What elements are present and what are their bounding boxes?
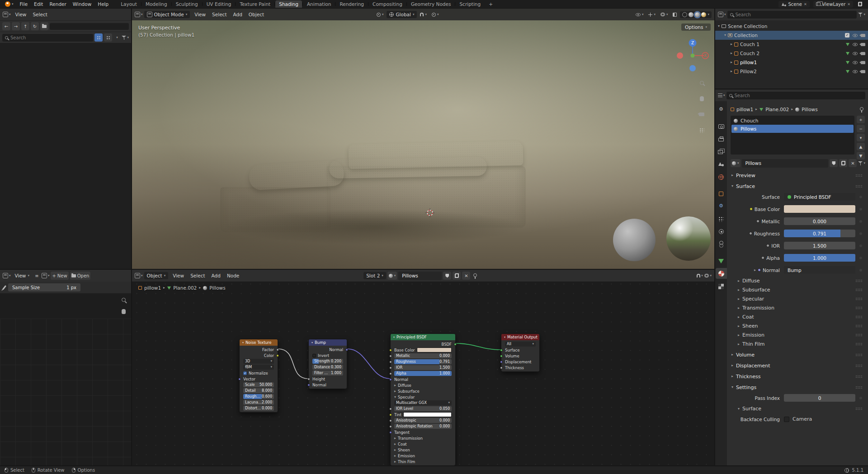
panel-diffuse[interactable]: ▸Diffuse — [729, 277, 865, 285]
shader-type-dropdown[interactable]: Object ▾ — [144, 272, 169, 279]
input-socket-icon[interactable] — [307, 378, 310, 380]
node-row-3d[interactable]: 3D▾ — [240, 358, 278, 364]
value-slider[interactable]: Anisotropic Rotation0.000 — [394, 424, 452, 429]
prop-widget-surface[interactable]: Principled BSDF — [784, 193, 855, 201]
workspace-tab-shading[interactable]: Shading — [275, 0, 302, 8]
decorator-dot[interactable] — [859, 244, 862, 247]
properties-tab-render[interactable] — [716, 121, 727, 131]
browse-material-button[interactable]: ▾ — [387, 272, 397, 280]
node-row-base-color[interactable]: Base Color — [391, 347, 455, 353]
disclosure-triangle-icon[interactable]: ▸ — [394, 448, 396, 452]
material-preview-button[interactable] — [695, 12, 700, 17]
couch-chaise-cushion[interactable] — [249, 160, 345, 191]
node-row-normalize[interactable]: ✓Normalize — [240, 370, 278, 376]
filter-button[interactable]: ▾ — [122, 33, 129, 42]
menu-view[interactable]: View — [170, 272, 187, 279]
properties-tab-modifiers[interactable]: ⚙ — [716, 201, 727, 211]
material-slot-chouch[interactable]: Chouch — [731, 117, 854, 125]
viewlayer-selector[interactable]: ViewLayer ✕ — [813, 1, 853, 8]
display-settings-button[interactable]: ▾ — [113, 33, 120, 42]
panel-settings[interactable]: ▾Settings — [729, 383, 865, 392]
disclosure-triangle-icon[interactable]: ▸ — [731, 61, 732, 64]
collapse-icon[interactable]: ▾ — [242, 341, 244, 344]
disclosure-triangle-icon[interactable]: ▸ — [731, 42, 732, 46]
shading-options-icon[interactable]: ▾ — [708, 13, 709, 16]
node-header[interactable]: ▾Bump — [309, 339, 347, 346]
add-workspace-button[interactable]: + — [485, 0, 496, 8]
prop-widget-pass-index[interactable]: 0 — [784, 394, 855, 402]
unlink-material-button[interactable]: ✕ — [462, 272, 470, 280]
workspace-tab-layout[interactable]: Layout — [117, 0, 141, 8]
menu-node[interactable]: Node — [224, 272, 242, 279]
decorator-dot[interactable] — [859, 257, 862, 259]
outliner-row-pillow2[interactable]: ▸Pillow2 — [715, 67, 868, 76]
panel-displacement[interactable]: ▸Displacement — [729, 361, 865, 370]
workspace-tab-geometry-nodes[interactable]: Geometry Nodes — [407, 0, 455, 8]
node-row-thickness[interactable]: Thickness — [501, 365, 539, 371]
node-row-coat[interactable]: ▸Coat — [391, 441, 455, 447]
outliner-search-input[interactable] — [736, 12, 854, 17]
menu-render[interactable]: Render — [46, 1, 69, 7]
node-row-distortion[interactable]: Distortion0.000 — [240, 405, 278, 411]
pan-tool-icon[interactable] — [697, 94, 706, 103]
disable-in-render-icon[interactable] — [861, 70, 865, 73]
value-slider[interactable]: Anisotropic0.000 — [394, 418, 452, 423]
menu-view[interactable]: View▾ — [12, 272, 32, 279]
prop-widget-ior[interactable]: 1.500 — [784, 242, 855, 249]
collapse-icon[interactable]: ▾ — [311, 341, 313, 344]
decorator-dot[interactable] — [859, 220, 862, 223]
node-row-roughness[interactable]: Roughness0.791 — [391, 359, 455, 365]
outliner-filter-button[interactable]: ▾ — [858, 10, 865, 19]
shader-editor[interactable]: ▾Noise TextureFactorColor3D▾fBM▾✓Normali… — [132, 270, 714, 465]
node-row-invert[interactable]: Invert — [309, 352, 347, 358]
value-slider[interactable]: Metallic0.000 — [394, 353, 452, 358]
properties-tab-object-data[interactable] — [716, 255, 727, 266]
input-socket-icon[interactable] — [389, 378, 392, 381]
menu-object[interactable]: Object — [245, 11, 267, 18]
input-socket-icon[interactable] — [307, 384, 310, 386]
node-row-all[interactable]: All▾ — [501, 341, 539, 347]
extensions-button[interactable] — [857, 0, 863, 8]
decorator-dot[interactable] — [859, 269, 862, 272]
node-header[interactable]: ▾Material Output — [501, 334, 539, 340]
mode-dropdown[interactable]: Object Mode ▾ — [144, 11, 190, 18]
panel-transmission[interactable]: ▸Transmission — [729, 304, 865, 312]
output-socket-icon[interactable] — [276, 348, 279, 351]
value-slider[interactable]: Distortion0.000 — [243, 406, 274, 411]
panel-settings-surface[interactable]: ▾Surface — [729, 404, 865, 413]
disclosure-triangle-icon[interactable]: ▸ — [394, 442, 396, 446]
input-socket-icon[interactable] — [389, 425, 392, 428]
editor-type-button[interactable]: ▾ — [3, 10, 11, 19]
panel-thickness[interactable]: ▸Thickness — [729, 372, 865, 381]
hide-in-viewport-icon[interactable] — [853, 52, 858, 55]
thumbnail-view-button[interactable] — [94, 33, 103, 42]
workspace-tab-scripting[interactable]: Scripting — [456, 0, 484, 8]
menu-add[interactable]: Add — [230, 11, 245, 18]
panel-subsurface[interactable]: ▸Subsurface — [729, 286, 865, 294]
properties-tab-particles[interactable] — [716, 213, 727, 224]
material-name-field[interactable]: Pillows — [398, 272, 442, 280]
orthographic-toggle-icon[interactable] — [697, 126, 706, 135]
unlink-material-button[interactable]: ✕ — [849, 159, 857, 167]
node-row-filter-width[interactable]: Filter Width1.000 — [309, 370, 347, 376]
node-principled-bsdf[interactable]: ▾Principled BSDFBSDFBase ColorMetallic0.… — [390, 333, 456, 465]
workspace-tab-texture-paint[interactable]: Texture Paint — [236, 0, 274, 8]
node-row-alpha[interactable]: Alpha1.000 — [391, 371, 455, 376]
create-folder-button[interactable] — [40, 22, 48, 30]
workspace-tab-modeling[interactable]: Modeling — [142, 0, 171, 8]
xray-toggle[interactable] — [671, 12, 679, 18]
blender-menu-button[interactable]: ▾ — [3, 1, 16, 7]
browse-image-button[interactable]: ▾ — [42, 272, 50, 280]
input-socket-icon[interactable] — [389, 431, 392, 434]
color-swatch[interactable] — [417, 347, 452, 352]
prop-widget-base-color[interactable] — [784, 205, 855, 213]
node-header[interactable]: ▾Principled BSDF — [391, 334, 455, 340]
slot-dropdown[interactable]: Slot 2 ▾ — [363, 272, 386, 279]
node-row-metallic[interactable]: Metallic0.000 — [391, 353, 455, 359]
disclosure-triangle-icon[interactable]: ▾ — [394, 395, 396, 399]
snap-toggle[interactable]: ▾ — [418, 12, 429, 17]
outliner-search[interactable] — [727, 11, 857, 19]
breadcrumb-item[interactable]: pillow1 — [736, 107, 753, 112]
decorator-dot[interactable] — [859, 196, 862, 198]
snap-node-toggle[interactable]: ▾ — [696, 272, 703, 280]
